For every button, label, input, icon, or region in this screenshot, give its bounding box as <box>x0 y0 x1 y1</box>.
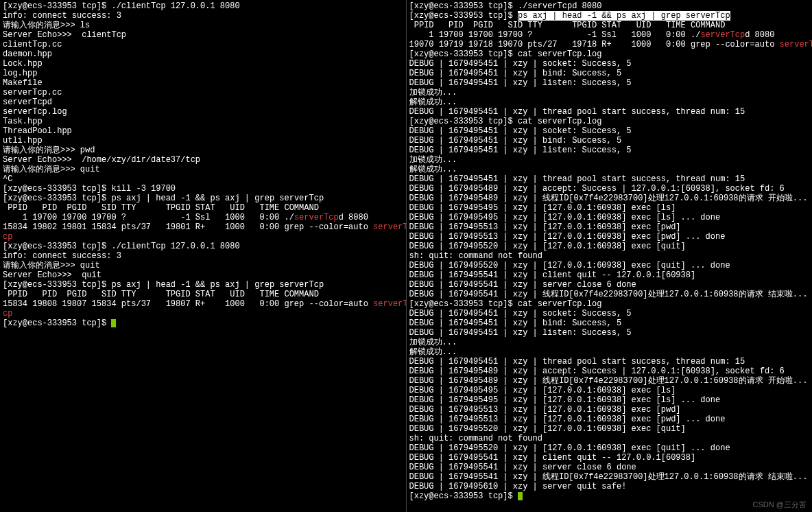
terminal-line: [xzy@ecs-333953 tcp]$ kill -3 19700 <box>3 184 403 194</box>
shell-command: cat serverTcp.log <box>518 299 601 309</box>
terminal-line: DEBUG | 1679495520 | xzy | [127.0.0.1:60… <box>409 443 810 453</box>
terminal-line: 解锁成功... <box>409 97 810 107</box>
terminal-line: 解锁成功... <box>409 347 810 357</box>
terminal-line: [xzy@ecs-333953 tcp]$ ./serverTcpd 8080 <box>409 1 810 11</box>
terminal-line: DEBUG | 1679495489 | xzy | accept: Succe… <box>409 366 810 376</box>
terminal-line: Task.hpp <box>3 117 403 126</box>
terminal-line: daemon.hpp <box>3 49 403 59</box>
terminal-line: PPID PID PGID SID TTY TPGID STAT UID TIM… <box>3 203 403 213</box>
cursor <box>518 492 523 500</box>
match-highlight: serverT <box>373 299 406 309</box>
terminal-line: [xzy@ecs-333953 tcp]$ ps axj | head -1 &… <box>409 11 810 21</box>
terminal-line: 1 19700 19700 19700 ? -1 Ssl 1000 0:00 .… <box>409 30 810 40</box>
shell-command: ps axj | head -1 && ps axj | grep server… <box>111 194 324 203</box>
terminal-line: [xzy@ecs-333953 tcp]$ <box>3 318 403 328</box>
text-fragment: 1 19700 19700 19700 ? -1 Ssl 1000 0:00 .… <box>3 213 294 222</box>
terminal-line: 19070 19719 19718 19070 pts/27 19718 R+ … <box>409 40 810 49</box>
terminal-line: [xzy@ecs-333953 tcp]$ cat serverTcp.log <box>409 49 810 59</box>
terminal-line: DEBUG | 1679495489 | xzy | accept: Succe… <box>409 184 810 194</box>
terminal-line: DEBUG | 1679495513 | xzy | [127.0.0.1:60… <box>409 405 810 415</box>
terminal-line: Server Echo>>> clientTcp <box>3 30 403 40</box>
terminal-line: DEBUG | 1679495541 | xzy | server close … <box>409 280 810 290</box>
shell-prompt: [xzy@ecs-333953 tcp]$ <box>3 280 111 290</box>
shell-command: ./serverTcpd 8080 <box>518 1 601 11</box>
text-fragment: [xzy@ecs-333953 tcp]$ <box>409 11 518 21</box>
terminal-line: DEBUG | 1679495451 | xzy | listen: Succe… <box>409 146 810 155</box>
terminal-line: DEBUG | 1679495451 | xzy | socket: Succe… <box>409 59 810 69</box>
terminal-line: [xzy@ecs-333953 tcp]$ <box>409 491 810 501</box>
terminal-line: utli.hpp <box>3 136 403 146</box>
terminal-line: DEBUG | 1679495451 | xzy | thread pool s… <box>409 174 810 184</box>
terminal-line: PPID PID PGID SID TTY TPGID STAT UID TIM… <box>409 21 810 30</box>
terminal-line: PPID PID PGID SID TTY TPGID STAT UID TIM… <box>3 290 403 299</box>
terminal-line: [xzy@ecs-333953 tcp]$ cat serverTcp.log <box>409 117 810 126</box>
terminal-line: [xzy@ecs-333953 tcp]$ ./clientTcp 127.0.… <box>3 242 403 251</box>
terminal-line: DEBUG | 1679495451 | xzy | socket: Succe… <box>409 126 810 136</box>
terminal-line: [xzy@ecs-333953 tcp]$ ps axj | head -1 &… <box>3 280 403 290</box>
terminal-line: DEBUG | 1679495541 | xzy | client quit -… <box>409 453 810 463</box>
terminal-line: DEBUG | 1679495451 | xzy | listen: Succe… <box>409 78 810 88</box>
terminal-line: DEBUG | 1679495451 | xzy | bind: Success… <box>409 69 810 78</box>
match-highlight: serverTcp <box>700 30 745 40</box>
terminal-line: DEBUG | 1679495495 | xzy | [127.0.0.1:60… <box>409 395 810 405</box>
terminal-line: ^C <box>3 174 403 184</box>
shell-command: cat serverTcp.log <box>518 49 601 59</box>
terminal-line: DEBUG | 1679495489 | xzy | 线程ID[0x7f4e22… <box>409 194 810 203</box>
terminal-line: DEBUG | 1679495520 | xzy | [127.0.0.1:60… <box>409 261 810 270</box>
match-highlight: cp <box>3 309 12 318</box>
match-highlight: serverTcp <box>780 40 812 49</box>
terminal-line: DEBUG | 1679495495 | xzy | [127.0.0.1:60… <box>409 213 810 222</box>
terminal-line: DEBUG | 1679495451 | xzy | listen: Succe… <box>409 328 810 338</box>
terminal-line: 15834 19808 19807 15834 pts/37 19807 R+ … <box>3 299 403 309</box>
terminal-line: DEBUG | 1679495513 | xzy | [127.0.0.1:60… <box>409 222 810 232</box>
terminal-line: 加锁成功... <box>409 155 810 165</box>
shell-command: ps axj | head -1 && ps axj | grep server… <box>111 280 324 290</box>
terminal-line: 请输入你的消息>>> pwd <box>3 146 403 155</box>
terminal-split: [xzy@ecs-333953 tcp]$ ./clientTcp 127.0.… <box>0 0 812 512</box>
terminal-line: DEBUG | 1679495520 | xzy | [127.0.0.1:60… <box>409 242 810 251</box>
terminal-line: info: connect success: 3 <box>3 251 403 261</box>
shell-command: ./clientTcp 127.0.0.1 8080 <box>111 242 239 251</box>
terminal-line: ThreadPool.hpp <box>3 126 403 136</box>
text-fragment: d 8080 <box>745 30 774 40</box>
match-highlight: serverT <box>373 222 406 232</box>
terminal-line: 请输入你的消息>>> quit <box>3 165 403 174</box>
match-highlight: cp <box>3 232 12 242</box>
terminal-line: DEBUG | 1679495451 | xzy | bind: Success… <box>409 318 810 328</box>
terminal-right[interactable]: [xzy@ecs-333953 tcp]$ ./serverTcpd 8080[… <box>407 0 813 512</box>
terminal-line: serverTcp.log <box>3 107 403 117</box>
shell-prompt: [xzy@ecs-333953 tcp]$ <box>409 299 518 309</box>
terminal-line: sh: quit: command not found <box>409 434 810 443</box>
text-fragment: 15834 19802 19801 15834 pts/37 19801 R+ … <box>3 222 373 232</box>
text-fragment: 1 19700 19700 19700 ? -1 Ssl 1000 0:00 .… <box>409 30 701 40</box>
terminal-line: DEBUG | 1679495513 | xzy | [127.0.0.1:60… <box>409 232 810 242</box>
terminal-line: DEBUG | 1679495451 | xzy | thread pool s… <box>409 357 810 366</box>
terminal-line: clientTcp.cc <box>3 40 403 49</box>
shell-prompt: [xzy@ecs-333953 tcp]$ <box>3 194 111 203</box>
terminal-line: Lock.hpp <box>3 59 403 69</box>
terminal-line: [xzy@ecs-333953 tcp]$ cat serverTcp.log <box>409 299 810 309</box>
shell-prompt: [xzy@ecs-333953 tcp]$ <box>3 184 111 194</box>
shell-prompt: [xzy@ecs-333953 tcp]$ <box>409 491 518 501</box>
terminal-line: 1 19700 19700 19700 ? -1 Ssl 1000 0:00 .… <box>3 213 403 222</box>
shell-prompt: [xzy@ecs-333953 tcp]$ <box>409 117 518 126</box>
terminal-line: 请输入你的消息>>> quit <box>3 261 403 270</box>
terminal-line: info: connect success: 3 <box>3 11 403 21</box>
terminal-line: Makefile <box>3 78 403 88</box>
terminal-line: DEBUG | 1679495541 | xzy | server close … <box>409 463 810 472</box>
terminal-line: DEBUG | 1679495541 | xzy | 线程ID[0x7f4e22… <box>409 472 810 482</box>
text-fragment: d 8080 <box>339 213 368 222</box>
match-highlight: serverTcp <box>294 213 339 222</box>
terminal-line: DEBUG | 1679495610 | xzy | server quit s… <box>409 482 810 491</box>
terminal-line: [xzy@ecs-333953 tcp]$ ./clientTcp 127.0.… <box>3 1 403 11</box>
terminal-line: 加锁成功... <box>409 88 810 97</box>
terminal-line: DEBUG | 1679495541 | xzy | 线程ID[0x7f4e22… <box>409 290 810 299</box>
cursor <box>111 319 116 327</box>
terminal-line: 加锁成功... <box>409 338 810 347</box>
terminal-line: DEBUG | 1679495541 | xzy | client quit -… <box>409 270 810 280</box>
terminal-line: cp <box>3 232 403 242</box>
terminal-line: [xzy@ecs-333953 tcp]$ ps axj | head -1 &… <box>3 194 403 203</box>
terminal-line: serverTcpd <box>3 97 403 107</box>
terminal-line: DEBUG | 1679495451 | xzy | bind: Success… <box>409 136 810 146</box>
terminal-left[interactable]: [xzy@ecs-333953 tcp]$ ./clientTcp 127.0.… <box>0 0 407 512</box>
